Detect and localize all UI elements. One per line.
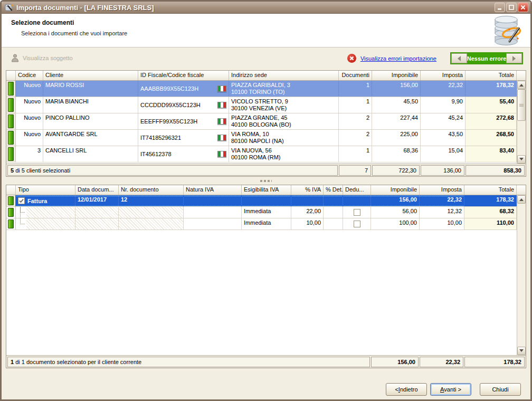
- cell-cliente: PINCO PALLINO: [43, 113, 138, 129]
- cell-id-fiscale: IT45612378: [138, 146, 229, 162]
- next-button[interactable]: Avanti >: [430, 383, 471, 396]
- tree-connector: [20, 207, 25, 213]
- back-button[interactable]: < Indietro: [386, 383, 427, 396]
- page-title: Selezione documenti: [11, 19, 74, 26]
- client-row-selected[interactable]: Nuovo MARIO ROSSI AAABBB99X55C123H PIAZZ…: [6, 81, 517, 97]
- summary-imposta: 22,32: [420, 357, 463, 367]
- cell-totale: 68,32: [464, 207, 517, 218]
- deducibile-checkbox[interactable]: [354, 209, 360, 216]
- maximize-button[interactable]: [506, 3, 517, 12]
- document-detail-row[interactable]: Immediata 10,00 100,00 10,00 110,00: [6, 218, 517, 230]
- column-header-numero[interactable]: Nr. documento: [119, 185, 184, 195]
- scroll-up-button[interactable]: [517, 195, 526, 204]
- clients-rows: Nuovo MARIO ROSSI AAABBB99X55C123H PIAZZ…: [6, 81, 517, 164]
- cell-codice: 3: [16, 146, 43, 162]
- column-header-perc-det[interactable]: % Det...: [324, 185, 343, 195]
- grip-icon: [519, 104, 524, 107]
- column-header-esigibilita-iva[interactable]: Esigibilita IVA: [242, 185, 291, 195]
- document-checkbox-checked[interactable]: [18, 197, 25, 204]
- cell-imposta: 15,04: [421, 146, 466, 162]
- cell-data: 12/01/2017: [75, 195, 119, 206]
- prev-error-button[interactable]: [451, 53, 467, 63]
- cell-imponibile: 68,36: [372, 146, 421, 162]
- page-subtitle: Seleziona i documenti che vuoi importare: [21, 30, 127, 36]
- documents-table-header: Tipo Data docum... Nr. documento Natura …: [6, 185, 526, 195]
- cell-id-fiscale: EEEFFF99X55C123H: [138, 113, 229, 129]
- client-row[interactable]: Nuovo MARIA BIANCHI CCCDDD99X55C123H VIC…: [6, 97, 517, 113]
- cell-imponibile: 225,00: [372, 130, 421, 146]
- client-row[interactable]: Nuovo AVANTGARDE SRL IT74185296321 VIA R…: [6, 130, 517, 146]
- scroll-down-button[interactable]: [517, 347, 526, 355]
- column-header-perc-iva[interactable]: % IVA: [291, 185, 324, 195]
- column-header-cliente[interactable]: Cliente: [43, 71, 138, 80]
- cell-imposta: 22,32: [420, 195, 464, 206]
- arrow-up-icon: [519, 82, 524, 87]
- cell-totale: 272,68: [466, 113, 517, 129]
- column-header-natura-iva[interactable]: Natura IVA: [184, 185, 242, 195]
- minimize-button[interactable]: [495, 3, 505, 12]
- cell-perc-iva: 10,00: [291, 218, 324, 230]
- document-detail-row[interactable]: Immediata 22,00 56,00 12,32 68,32: [6, 207, 517, 218]
- summary-totale: 858,30: [466, 165, 525, 176]
- cell-cliente: CANCELLI SRL: [43, 146, 138, 162]
- scroll-track[interactable]: [517, 204, 526, 347]
- column-header-codice[interactable]: Codice: [16, 71, 43, 80]
- cell-tipo: [16, 207, 75, 218]
- scroll-track[interactable]: [517, 121, 526, 155]
- cell-tipo: Fattura: [16, 195, 75, 206]
- view-subject-button[interactable]: Visualizza soggetto: [11, 54, 73, 62]
- column-header-imponibile[interactable]: Imponibile: [371, 185, 420, 195]
- close-dialog-button[interactable]: Chiudi: [480, 383, 521, 396]
- import-documents-window: Importa documenti - [LA FINESTRA SRLS] S…: [0, 0, 532, 401]
- cell-totale: 83,40: [466, 146, 517, 162]
- documents-rows: Fattura 12/01/2017 12 156,00 22,32 178,3…: [6, 195, 517, 355]
- documents-scrollbar[interactable]: [517, 195, 526, 355]
- row-indicator: [8, 147, 14, 161]
- documents-summary-label: 1di 1 documento selezionato per il clien…: [7, 357, 370, 367]
- view-errors-link[interactable]: Visualizza errori importazione: [360, 55, 436, 62]
- cell-id-fiscale: CCCDDD99X55C123H: [138, 97, 229, 113]
- column-header-imposta[interactable]: Imposta: [420, 185, 464, 195]
- deducibile-checkbox[interactable]: [354, 221, 360, 227]
- column-header-totale[interactable]: Totale: [466, 71, 517, 80]
- cell-natura-iva: [184, 218, 242, 230]
- italy-flag-icon: [217, 135, 226, 141]
- row-indicator: [8, 114, 14, 128]
- italy-flag-icon: [217, 102, 226, 108]
- clients-scrollbar[interactable]: [517, 81, 526, 164]
- row-indicator: [8, 98, 14, 112]
- page-header: Selezione documenti Seleziona i document…: [2, 14, 530, 47]
- client-row[interactable]: Nuovo PINCO PALLINO EEEFFF99X55C123H PIA…: [6, 113, 517, 130]
- column-header-tipo[interactable]: Tipo: [16, 185, 75, 195]
- italy-flag-icon: [217, 151, 226, 157]
- splitter[interactable]: [6, 178, 526, 184]
- column-header-totale[interactable]: Totale: [464, 185, 517, 195]
- toolbar-right: Visualizza errori importazione Nessun er…: [347, 52, 523, 64]
- cell-documenti: 1: [339, 81, 372, 97]
- column-header-imposta[interactable]: Imposta: [421, 71, 466, 80]
- column-header-documenti[interactable]: Documenti: [339, 71, 372, 80]
- cell-imposta: 43,50: [421, 130, 466, 146]
- close-button[interactable]: [518, 3, 528, 12]
- scroll-thumb[interactable]: [517, 89, 526, 121]
- cell-indirizzo: VIA ROMA, 1080100 NAPOLI (NA): [229, 130, 339, 146]
- summary-documenti: 7: [339, 165, 371, 176]
- row-indicator: [8, 208, 14, 217]
- cell-tipo: [16, 218, 75, 230]
- column-header-imponibile[interactable]: Imponibile: [372, 71, 421, 80]
- scroll-down-button[interactable]: [517, 155, 526, 164]
- clients-summary: 5di 5 clienti selezionati 7 722,30 136,0…: [6, 164, 526, 176]
- cell-indirizzo: PIAZZA GRANDE, 4540100 BOLOGNA (BO): [229, 113, 339, 129]
- column-header-dedu[interactable]: Dedu...: [343, 185, 371, 195]
- client-row[interactable]: 3 CANCELLI SRL IT45612378 VIA NUOVA, 560…: [6, 146, 517, 163]
- cell-totale: 268,50: [466, 130, 517, 146]
- scroll-up-button[interactable]: [517, 81, 526, 89]
- cell-indirizzo: PIAZZA GARIBALDI, 310100 TORINO (TO): [229, 81, 339, 97]
- document-row-selected[interactable]: Fattura 12/01/2017 12 156,00 22,32 178,3…: [6, 195, 517, 207]
- cell-id-fiscale: IT74185296321: [138, 130, 229, 146]
- column-header-id-fiscale[interactable]: ID Fiscale/Codice fiscale: [138, 71, 229, 80]
- column-header-data[interactable]: Data docum...: [75, 185, 119, 195]
- cell-codice: Nuovo: [16, 130, 43, 146]
- column-header-indirizzo[interactable]: Indirizzo sede: [229, 71, 339, 80]
- next-error-button[interactable]: [506, 53, 522, 63]
